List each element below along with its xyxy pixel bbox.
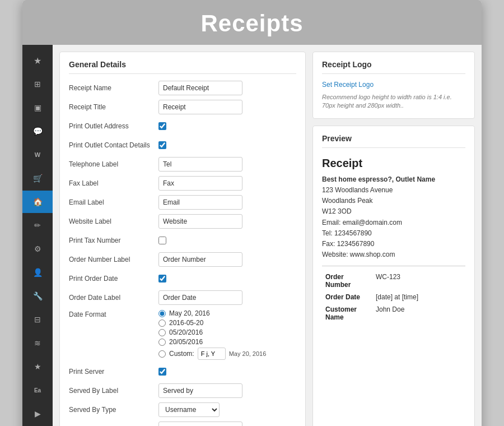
- sidebar-item-cart[interactable]: 🛒: [22, 167, 53, 189]
- app-header: Receipts: [22, 0, 482, 45]
- order-number-label-row: Order Number Label: [69, 252, 296, 267]
- served-by-label-label: Served By Label: [69, 387, 158, 395]
- pencil-icon: ✏: [34, 221, 41, 230]
- order-date-value: [date] at [time]: [372, 291, 465, 303]
- print-outlet-contact-label: Print Outlet Contact Details: [69, 141, 158, 149]
- preview-shop-info: Best home espresso?, Outlet Name 123 Woo…: [322, 174, 465, 261]
- sidebar: ★ ⊞ ▣ 💬 W 🛒 🏠 ✏ ⚙: [22, 45, 53, 426]
- user-icon: 👤: [33, 268, 43, 277]
- date-option-iso[interactable]: 2016-05-20: [158, 319, 266, 327]
- served-by-type-select[interactable]: Username Full Name Email: [158, 402, 220, 417]
- customer-name-key: Customer Name: [322, 303, 372, 323]
- order-number-value: WC-123: [372, 271, 465, 291]
- date-options: May 20, 2016 2016-05-20 05/20/2016: [158, 309, 266, 360]
- fax-label-row: Fax Label: [69, 176, 296, 191]
- right-panels: Receipt Logo Set Receipt Logo Recommend …: [312, 52, 475, 426]
- order-date-key: Order Date: [322, 291, 372, 303]
- email-label-input[interactable]: [158, 195, 242, 210]
- tax-label-input[interactable]: [158, 422, 242, 426]
- sidebar-item-text[interactable]: Ea: [22, 379, 53, 401]
- page-title: Receipts: [22, 10, 482, 37]
- order-number-label-label: Order Number Label: [69, 256, 158, 263]
- served-by-label-input[interactable]: [158, 383, 242, 398]
- sidebar-item-play[interactable]: ▶: [22, 402, 53, 425]
- receipt-name-label: Receipt Name: [69, 84, 158, 92]
- home-icon: 🏠: [33, 197, 43, 206]
- sidebar-item-home[interactable]: 🏠: [22, 191, 53, 213]
- receipt-title-input[interactable]: [158, 100, 242, 114]
- print-server-checkbox[interactable]: [158, 368, 166, 376]
- date-format-label: Date Format: [69, 309, 158, 360]
- date-option-eu-label: 20/05/2016: [169, 338, 203, 346]
- date-radio-may20[interactable]: [158, 310, 166, 317]
- print-outlet-contact-row: Print Outlet Contact Details: [69, 138, 296, 152]
- sidebar-item-grid[interactable]: ⊞: [22, 73, 53, 95]
- print-outlet-address-row: Print Outlet Address: [69, 119, 296, 133]
- print-tax-number-checkbox[interactable]: [158, 237, 166, 244]
- date-radio-us[interactable]: [158, 329, 166, 336]
- served-by-type-row: Served By Type Username Full Name Email: [69, 402, 296, 417]
- order-date-label-label: Order Date Label: [69, 294, 158, 302]
- customer-name-value: John Doe: [372, 303, 465, 323]
- preview-address-line3: W12 3OD: [322, 206, 465, 217]
- preview-website-line: Website: www.shop.com: [322, 249, 465, 260]
- sidebar-item-menu[interactable]: ≋: [22, 332, 53, 354]
- receipt-logo-title: Receipt Logo: [322, 60, 465, 74]
- print-outlet-address-label: Print Outlet Address: [69, 122, 158, 130]
- fax-label-label: Fax Label: [69, 179, 158, 187]
- date-option-iso-label: 2016-05-20: [169, 319, 203, 327]
- table-row: Order Date [date] at [time]: [322, 291, 465, 303]
- order-number-label-input[interactable]: [158, 252, 242, 267]
- date-option-custom: Custom: May 20, 2016: [158, 348, 266, 360]
- sidebar-item-settings[interactable]: ⚙: [22, 238, 53, 260]
- receipt-logo-panel: Receipt Logo Set Receipt Logo Recommend …: [312, 52, 475, 119]
- order-date-label-row: Order Date Label: [69, 290, 296, 305]
- sidebar-item-star2[interactable]: ★: [22, 355, 53, 378]
- sidebar-item-user[interactable]: 👤: [22, 261, 53, 284]
- telephone-label-label: Telephone Label: [69, 160, 158, 168]
- sidebar-item-edit[interactable]: ✏: [22, 214, 53, 237]
- general-details-title: General Details: [69, 60, 296, 74]
- table-row: Customer Name John Doe: [322, 303, 465, 323]
- text-icon: Ea: [34, 387, 41, 393]
- fax-label-input[interactable]: [158, 176, 242, 191]
- sidebar-item-box[interactable]: ⊟: [22, 308, 53, 331]
- print-order-date-checkbox[interactable]: [158, 275, 166, 283]
- sidebar-item-chat[interactable]: 💬: [22, 120, 53, 142]
- date-radio-eu[interactable]: [158, 339, 166, 346]
- date-option-us[interactable]: 05/20/2016: [158, 328, 266, 336]
- custom-label: Custom:: [169, 350, 194, 358]
- cart-icon: 🛒: [33, 174, 43, 183]
- sidebar-item-favorites[interactable]: ★: [22, 49, 53, 72]
- box-icon: ⊟: [34, 315, 41, 324]
- set-receipt-logo-link[interactable]: Set Receipt Logo: [322, 81, 465, 89]
- sidebar-item-woo[interactable]: W: [22, 143, 53, 166]
- main-content: General Details Receipt Name Receipt Tit…: [53, 45, 482, 426]
- sidebar-item-layers[interactable]: ▣: [22, 96, 53, 119]
- preview-email-line: Email: email@domain.com: [322, 217, 465, 228]
- print-order-date-row: Print Order Date: [69, 271, 296, 286]
- preview-tel-line: Tel: 1234567890: [322, 228, 465, 239]
- receipt-name-input[interactable]: [158, 81, 242, 95]
- logo-hint: Recommend logo height to width ratio is …: [322, 93, 465, 110]
- preview-divider: [322, 266, 465, 266]
- website-label-input[interactable]: [158, 214, 242, 229]
- print-outlet-contact-checkbox[interactable]: [158, 141, 166, 149]
- served-by-label-row: Served By Label: [69, 383, 296, 398]
- date-option-eu[interactable]: 20/05/2016: [158, 338, 266, 346]
- date-option-may20-label: May 20, 2016: [169, 309, 210, 317]
- table-row: Order Number WC-123: [322, 271, 465, 291]
- date-radio-custom[interactable]: [158, 350, 166, 358]
- preview-shop-name: Best home espresso?, Outlet Name: [322, 175, 435, 183]
- date-radio-iso[interactable]: [158, 320, 166, 327]
- preview-address-line2: Woodlands Peak: [322, 196, 465, 206]
- receipt-name-row: Receipt Name: [69, 81, 296, 95]
- order-date-label-input[interactable]: [158, 290, 242, 305]
- telephone-label-row: Telephone Label: [69, 157, 296, 172]
- date-option-may20[interactable]: May 20, 2016: [158, 309, 266, 317]
- custom-date-format-input[interactable]: [198, 348, 226, 360]
- layers-icon: ▣: [34, 103, 41, 112]
- print-outlet-address-checkbox[interactable]: [158, 122, 166, 130]
- sidebar-item-wrench[interactable]: 🔧: [22, 285, 53, 307]
- telephone-label-input[interactable]: [158, 157, 242, 172]
